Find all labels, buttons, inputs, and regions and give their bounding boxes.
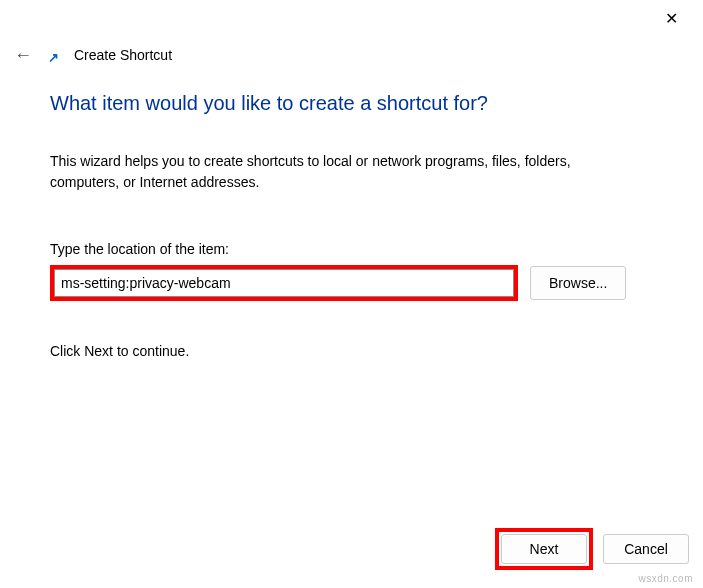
- back-button[interactable]: ←: [12, 44, 34, 66]
- shortcut-icon: ↗: [46, 50, 60, 64]
- next-button[interactable]: Next: [501, 534, 587, 564]
- titlebar: ✕: [0, 0, 703, 36]
- next-highlight: Next: [495, 528, 593, 570]
- footer-buttons: Next Cancel: [495, 528, 689, 570]
- content-area: What item would you like to create a sho…: [0, 74, 703, 359]
- wizard-description: This wizard helps you to create shortcut…: [50, 151, 610, 193]
- header-row: ← ↗ Create Shortcut: [0, 36, 703, 74]
- location-input[interactable]: [54, 269, 514, 297]
- location-row: Browse...: [50, 265, 653, 301]
- back-arrow-icon: ←: [14, 45, 32, 66]
- window-title: Create Shortcut: [74, 47, 172, 63]
- close-button[interactable]: ✕: [651, 3, 691, 33]
- page-heading: What item would you like to create a sho…: [50, 92, 653, 115]
- continue-text: Click Next to continue.: [50, 343, 653, 359]
- browse-button[interactable]: Browse...: [530, 266, 626, 300]
- watermark: wsxdn.com: [638, 573, 693, 584]
- close-icon: ✕: [665, 9, 678, 28]
- cancel-button[interactable]: Cancel: [603, 534, 689, 564]
- input-highlight: [50, 265, 518, 301]
- location-label: Type the location of the item:: [50, 241, 653, 257]
